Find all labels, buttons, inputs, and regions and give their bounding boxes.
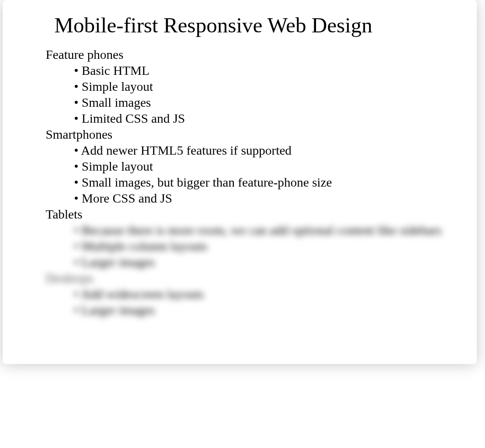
list-item: Add widescreen layouts xyxy=(74,286,477,302)
section-heading: Desktops xyxy=(46,270,477,286)
bullet-list: Add widescreen layouts Larger images xyxy=(74,286,477,318)
list-item: Add newer HTML5 features if supported xyxy=(74,142,477,158)
section-heading: Feature phones xyxy=(46,47,477,63)
section-smartphones: Smartphones Add newer HTML5 features if … xyxy=(3,126,477,206)
slide-title: Mobile-first Responsive Web Design xyxy=(54,13,477,37)
section-heading: Smartphones xyxy=(46,126,477,142)
bullet-list: Basic HTML Simple layout Small images Li… xyxy=(74,63,477,126)
section-desktops: Desktops Add widescreen layouts Larger i… xyxy=(3,270,477,318)
list-item: Simple layout xyxy=(74,158,477,174)
list-item: Simple layout xyxy=(74,78,477,94)
list-item: Multiple column layouts xyxy=(74,238,477,254)
list-item: Larger images xyxy=(74,254,477,270)
bullet-list: Because there is more room, we can add o… xyxy=(74,222,477,270)
section-tablets: Tablets Because there is more room, we c… xyxy=(3,206,477,270)
section-heading: Tablets xyxy=(46,206,477,222)
slide-card: Mobile-first Responsive Web Design Featu… xyxy=(3,0,477,364)
list-item: Larger images xyxy=(74,302,477,318)
list-item: Small images xyxy=(74,94,477,110)
list-item: More CSS and JS xyxy=(74,190,477,206)
list-item: Because there is more room, we can add o… xyxy=(74,222,477,238)
section-feature-phones: Feature phones Basic HTML Simple layout … xyxy=(3,47,477,126)
list-item: Limited CSS and JS xyxy=(74,110,477,126)
list-item: Small images, but bigger than feature-ph… xyxy=(74,174,477,190)
bullet-list: Add newer HTML5 features if supported Si… xyxy=(74,142,477,206)
list-item: Basic HTML xyxy=(74,63,477,78)
